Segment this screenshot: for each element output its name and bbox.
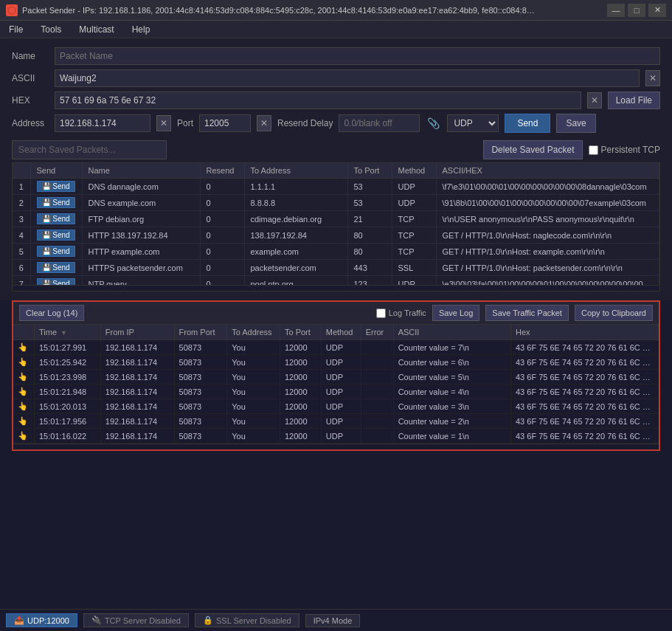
clear-log-button[interactable]: Clear Log (14) xyxy=(19,305,84,321)
log-time: 15:01:25.942 xyxy=(35,355,101,370)
hex-clear-button[interactable]: ✕ xyxy=(587,92,602,108)
packet-to-address: 8.8.8.8 xyxy=(244,195,347,211)
send-mini-button[interactable]: 💾 Send xyxy=(37,197,75,208)
main-content: Name ASCII ✕ HEX ✕ Load File Address ✕ P… xyxy=(0,38,672,300)
ascii-label: ASCII xyxy=(12,73,49,83)
status-ipv4[interactable]: IPv4 Mode xyxy=(305,614,361,627)
table-row[interactable]: 3 💾 Send FTP debian.org 0 cdimage.debian… xyxy=(13,211,659,227)
packet-name: HTTP 138.197.192.84 xyxy=(82,227,200,244)
protocol-select[interactable]: UDP TCP SSL xyxy=(447,114,499,132)
log-table: Time ▼ From IP From Port To Address To P… xyxy=(13,325,659,444)
packet-method: UDP xyxy=(392,195,436,211)
table-row[interactable]: 7 💾 Send NTP query 0 pool.ntp.org 123 UD… xyxy=(13,276,659,286)
packet-method: TCP xyxy=(392,211,436,227)
send-mini-button[interactable]: 💾 Send xyxy=(37,278,75,285)
send-button[interactable]: Send xyxy=(505,114,550,133)
menu-multicast[interactable]: Multicast xyxy=(76,23,117,36)
send-cell[interactable]: 💾 Send xyxy=(30,227,82,244)
address-label: Address xyxy=(12,118,49,128)
send-cell[interactable]: 💾 Send xyxy=(30,179,82,195)
log-hex: 43 6F 75 6E 74 65 72 20 76 61 6C 75 65 2… xyxy=(511,340,659,355)
port-input[interactable] xyxy=(199,114,251,132)
log-arrow-icon: 👆 xyxy=(18,387,28,396)
name-input[interactable] xyxy=(55,47,660,65)
send-cell[interactable]: 💾 Send xyxy=(30,260,82,276)
status-ssl[interactable]: 🔒 SSL Server Disabled xyxy=(195,613,299,627)
ascii-input[interactable] xyxy=(55,69,640,87)
persistent-tcp-checkbox[interactable] xyxy=(589,145,598,155)
log-method: UDP xyxy=(321,385,361,399)
log-time: 15:01:21.948 xyxy=(35,385,101,399)
minimize-button[interactable]: — xyxy=(607,4,625,17)
status-udp[interactable]: 📤 UDP:12000 xyxy=(6,613,77,627)
hex-input[interactable] xyxy=(55,92,581,109)
load-file-button[interactable]: Load File xyxy=(608,92,660,109)
ascii-clear-button[interactable]: ✕ xyxy=(645,70,660,86)
col-num xyxy=(13,163,30,179)
packet-ascii: GET / HTTP/1.0\r\nHost: naglecode.com\r\… xyxy=(436,227,659,244)
log-hex: 43 6F 75 6E 74 65 72 20 76 61 6C 75 65 2… xyxy=(511,399,659,414)
send-mini-button[interactable]: 💾 Send xyxy=(37,230,75,241)
send-icon: 💾 xyxy=(42,182,51,190)
log-row[interactable]: 👆 15:01:21.948 192.168.1.174 50873 You 1… xyxy=(13,385,659,399)
table-row[interactable]: 6 💾 Send HTTPS packetsender.com 0 packet… xyxy=(13,260,659,276)
send-cell[interactable]: 💾 Send xyxy=(30,195,82,211)
log-row[interactable]: 👆 15:01:23.998 192.168.1.174 50873 You 1… xyxy=(13,370,659,385)
log-col-error: Error xyxy=(361,325,393,340)
log-traffic-checkbox[interactable] xyxy=(376,308,386,318)
address-input[interactable] xyxy=(55,114,150,132)
log-row[interactable]: 👆 15:01:17.956 192.168.1.174 50873 You 1… xyxy=(13,414,659,429)
menu-file[interactable]: File xyxy=(6,23,26,36)
table-row[interactable]: 1 💾 Send DNS dannagle.com 0 1.1.1.1 53 U… xyxy=(13,179,659,195)
log-table-scroll[interactable]: Time ▼ From IP From Port To Address To P… xyxy=(13,325,659,444)
resend-label: Resend Delay xyxy=(277,118,333,128)
close-button[interactable]: ✕ xyxy=(648,4,666,17)
packet-table-container: Send Name Resend To Address To Port Meth… xyxy=(12,162,660,292)
log-from-ip: 192.168.1.174 xyxy=(100,429,174,444)
log-row[interactable]: 👆 15:01:25.942 192.168.1.174 50873 You 1… xyxy=(13,355,659,370)
menu-help[interactable]: Help xyxy=(129,23,153,36)
save-log-button[interactable]: Save Log xyxy=(432,305,479,321)
packet-to-port: 53 xyxy=(347,195,392,211)
send-cell[interactable]: 💾 Send xyxy=(30,244,82,260)
maximize-button[interactable]: □ xyxy=(628,4,645,17)
log-row[interactable]: 👆 15:01:16.022 192.168.1.174 50873 You 1… xyxy=(13,429,659,444)
copy-clipboard-button[interactable]: Copy to Clipboard xyxy=(575,305,653,321)
send-icon: 💾 xyxy=(42,263,51,272)
ssl-icon: 🔒 xyxy=(203,616,213,625)
log-to-address: You xyxy=(227,429,280,444)
resend-input[interactable] xyxy=(339,114,420,132)
col-to-address: To Address xyxy=(244,163,347,179)
save-traffic-button[interactable]: Save Traffic Packet xyxy=(485,305,569,321)
send-mini-button[interactable]: 💾 Send xyxy=(37,181,75,192)
table-row[interactable]: 4 💾 Send HTTP 138.197.192.84 0 138.197.1… xyxy=(13,227,659,244)
log-to-address: You xyxy=(227,340,280,355)
port-clear-button[interactable]: ✕ xyxy=(257,115,271,131)
packet-ascii: \f7\e3\01\00\00\01\00\00\00\00\00\00\08d… xyxy=(436,179,659,195)
send-mini-button[interactable]: 💾 Send xyxy=(37,246,75,257)
log-to-port: 12000 xyxy=(280,340,321,355)
log-col-time: Time ▼ xyxy=(35,325,101,340)
log-row[interactable]: 👆 15:01:27.991 192.168.1.174 50873 You 1… xyxy=(13,340,659,355)
col-method: Method xyxy=(392,163,436,179)
delete-packet-button[interactable]: Delete Saved Packet xyxy=(483,140,582,159)
table-row[interactable]: 2 💾 Send DNS example.com 0 8.8.8.8 53 UD… xyxy=(13,195,659,211)
table-row[interactable]: 5 💾 Send HTTP example.com 0 example.com … xyxy=(13,244,659,260)
status-tcp[interactable]: 🔌 TCP Server Disabled xyxy=(83,613,189,627)
send-mini-button[interactable]: 💾 Send xyxy=(37,262,75,273)
log-to-address: You xyxy=(227,370,280,385)
send-cell[interactable]: 💾 Send xyxy=(30,211,82,227)
save-button[interactable]: Save xyxy=(556,114,595,133)
log-table-hscroll[interactable] xyxy=(13,444,659,449)
search-input[interactable] xyxy=(12,140,167,159)
log-method: UDP xyxy=(321,340,361,355)
packet-table-hscroll[interactable] xyxy=(13,285,659,291)
hex-row: HEX ✕ Load File xyxy=(12,92,660,109)
log-row[interactable]: 👆 15:01:20.013 192.168.1.174 50873 You 1… xyxy=(13,399,659,414)
send-mini-button[interactable]: 💾 Send xyxy=(37,213,75,224)
address-clear-button[interactable]: ✕ xyxy=(156,115,171,131)
log-method: UDP xyxy=(321,370,361,385)
send-cell[interactable]: 💾 Send xyxy=(30,276,82,286)
packet-table-scroll[interactable]: Send Name Resend To Address To Port Meth… xyxy=(13,163,659,285)
menu-tools[interactable]: Tools xyxy=(38,23,64,36)
